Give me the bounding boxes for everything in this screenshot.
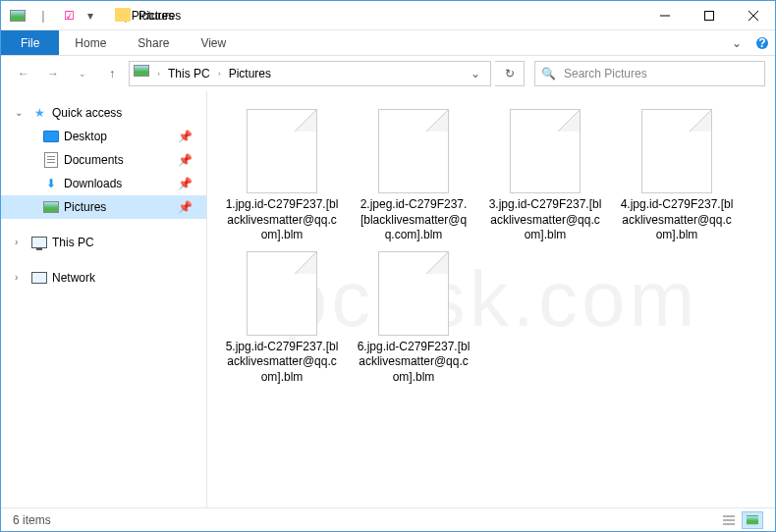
file-icon [247, 109, 317, 193]
sidebar-item-label: Desktop [64, 130, 107, 143]
file-icon [510, 109, 581, 193]
chevron-right-icon[interactable]: › [214, 69, 225, 79]
file-item[interactable]: 5.jpg.id-C279F237.[blacklivesmatter@qq.c… [225, 251, 339, 386]
download-icon: ⬇ [42, 175, 60, 192]
tab-share[interactable]: Share [122, 30, 185, 55]
sidebar-item-label: Quick access [52, 106, 122, 120]
file-name: 2.jpeg.id-C279F237.[blacklivesmatter@qq.… [357, 197, 471, 243]
breadcrumb-current[interactable]: Pictures [227, 67, 273, 80]
sidebar-item-label: Documents [64, 153, 124, 167]
file-icon [641, 109, 712, 193]
window-title-text: Pictures [132, 9, 174, 23]
star-icon: ★ [30, 104, 48, 122]
document-icon [42, 151, 60, 169]
up-button[interactable]: ↑ [99, 61, 125, 86]
navigation-bar: ← → ⌄ ↑ › This PC › Pictures ⌄ ↻ 🔍 Searc… [1, 56, 775, 91]
file-item[interactable]: 3.jpg.id-C279F237.[blacklivesmatter@qq.c… [488, 109, 602, 243]
maximize-button[interactable] [687, 1, 731, 29]
pin-icon: 📌 [178, 130, 193, 143]
sidebar-network[interactable]: › Network [1, 266, 206, 290]
sidebar-item-label: Downloads [64, 177, 122, 190]
refresh-button[interactable]: ↻ [495, 61, 525, 86]
collapse-icon[interactable]: ⌄ [15, 107, 27, 118]
sidebar-quick-access[interactable]: ⌄ ★ Quick access [1, 101, 206, 125]
sidebar-item-label: This PC [52, 236, 94, 249]
file-icon [378, 251, 449, 336]
tab-home[interactable]: Home [59, 30, 122, 55]
search-icon: 🔍 [541, 67, 556, 80]
address-dropdown-icon[interactable]: ⌄ [465, 67, 486, 80]
address-bar[interactable]: › This PC › Pictures ⌄ [129, 61, 491, 86]
titlebar: | ☑ ▾ Pictures | Pictures [1, 1, 775, 30]
recent-dropdown-icon[interactable]: ⌄ [70, 61, 95, 86]
sidebar-item-downloads[interactable]: ⬇ Downloads 📌 [1, 172, 206, 195]
file-name: 1.jpg.id-C279F237.[blacklivesmatter@qq.c… [225, 197, 339, 243]
navigation-pane: ⌄ ★ Quick access Desktop 📌 Documents 📌 ⬇… [1, 91, 207, 507]
location-icon [134, 65, 151, 82]
ribbon-tabs: File Home Share View ⌄ ? [1, 30, 775, 56]
qat-dropdown-icon[interactable]: ▾ [80, 5, 101, 27]
file-pane[interactable]: pcrisk.com 1.jpg.id-C279F237.[blacklives… [207, 91, 775, 507]
search-placeholder: Search Pictures [564, 67, 647, 80]
file-name: 6.jpg.id-C279F237.[blacklivesmatter@qq.c… [357, 340, 471, 386]
quick-access-toolbar: | ☑ ▾ [1, 5, 101, 27]
desktop-icon [42, 128, 60, 145]
close-button[interactable] [731, 1, 775, 29]
ribbon-expand-icon[interactable]: ⌄ [724, 30, 749, 55]
sidebar-item-desktop[interactable]: Desktop 📌 [1, 125, 206, 148]
file-name: 5.jpg.id-C279F237.[blacklivesmatter@qq.c… [225, 340, 339, 386]
view-mode-buttons [718, 511, 763, 529]
expand-icon[interactable]: › [15, 237, 27, 247]
file-tab[interactable]: File [1, 30, 59, 55]
file-item[interactable]: 4.jpg.id-C279F237.[blacklivesmatter@qq.c… [620, 109, 734, 243]
pictures-icon [42, 198, 60, 216]
sidebar-item-label: Network [52, 271, 95, 285]
pin-icon: 📌 [178, 200, 193, 214]
file-item[interactable]: 2.jpeg.id-C279F237.[blacklivesmatter@qq.… [357, 109, 471, 243]
file-grid: 1.jpg.id-C279F237.[blacklivesmatter@qq.c… [225, 109, 765, 386]
sidebar-item-pictures[interactable]: Pictures 📌 [1, 195, 206, 219]
sidebar-this-pc[interactable]: › This PC [1, 231, 206, 254]
pc-icon [30, 234, 48, 251]
tab-view[interactable]: View [185, 30, 242, 55]
folder-icon [115, 8, 131, 24]
file-icon [247, 251, 317, 336]
svg-rect-1 [704, 11, 713, 20]
network-icon [30, 269, 48, 287]
file-item[interactable]: 1.jpg.id-C279F237.[blacklivesmatter@qq.c… [225, 109, 339, 243]
file-item[interactable]: 6.jpg.id-C279F237.[blacklivesmatter@qq.c… [357, 251, 471, 386]
back-button[interactable]: ← [11, 61, 36, 86]
search-box[interactable]: 🔍 Search Pictures [534, 61, 765, 86]
explorer-icon [7, 5, 28, 27]
pin-icon: 📌 [178, 153, 193, 167]
sidebar-item-label: Pictures [64, 200, 106, 214]
file-icon [378, 109, 449, 193]
file-name: 4.jpg.id-C279F237.[blacklivesmatter@qq.c… [620, 197, 734, 243]
help-icon[interactable]: ? [749, 30, 775, 55]
file-name: 3.jpg.id-C279F237.[blacklivesmatter@qq.c… [488, 197, 602, 243]
chevron-right-icon[interactable]: › [153, 69, 164, 79]
sidebar-item-documents[interactable]: Documents 📌 [1, 148, 206, 172]
svg-text:?: ? [758, 36, 765, 50]
window-controls [642, 1, 775, 29]
details-view-button[interactable] [718, 511, 740, 529]
explorer-body: ⌄ ★ Quick access Desktop 📌 Documents 📌 ⬇… [1, 91, 775, 507]
item-count: 6 items [13, 513, 51, 527]
minimize-button[interactable] [642, 1, 687, 29]
thumbnails-view-button[interactable] [742, 511, 763, 529]
status-bar: 6 items [1, 507, 775, 531]
forward-button[interactable]: → [40, 61, 66, 86]
qat-sep: | [32, 5, 54, 27]
qat-properties-icon[interactable]: ☑ [58, 5, 80, 27]
expand-icon[interactable]: › [15, 272, 27, 283]
pin-icon: 📌 [178, 177, 193, 190]
breadcrumb-root[interactable]: This PC [166, 67, 212, 80]
